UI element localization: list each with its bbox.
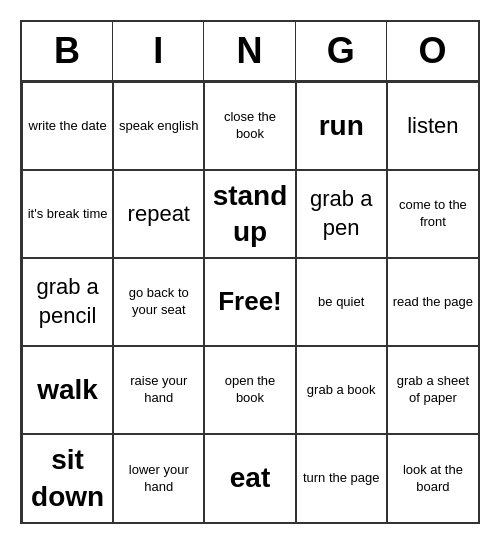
bingo-header: BINGO (22, 22, 478, 82)
header-letter: B (22, 22, 113, 80)
bingo-cell[interactable]: it's break time (22, 170, 113, 258)
bingo-cell[interactable]: be quiet (296, 258, 387, 346)
header-letter: O (387, 22, 478, 80)
bingo-cell[interactable]: look at the board (387, 434, 478, 522)
bingo-cell[interactable]: grab a sheet of paper (387, 346, 478, 434)
bingo-cell[interactable]: open the book (204, 346, 295, 434)
bingo-cell[interactable]: Free! (204, 258, 295, 346)
bingo-cell[interactable]: come to the front (387, 170, 478, 258)
bingo-cell[interactable]: eat (204, 434, 295, 522)
bingo-cell[interactable]: read the page (387, 258, 478, 346)
bingo-cell[interactable]: close the book (204, 82, 295, 170)
bingo-cell[interactable]: lower your hand (113, 434, 204, 522)
header-letter: I (113, 22, 204, 80)
bingo-cell[interactable]: raise your hand (113, 346, 204, 434)
bingo-cell[interactable]: grab a pen (296, 170, 387, 258)
bingo-cell[interactable]: stand up (204, 170, 295, 258)
bingo-cell[interactable]: run (296, 82, 387, 170)
bingo-cell[interactable]: grab a book (296, 346, 387, 434)
header-letter: G (296, 22, 387, 80)
bingo-cell[interactable]: sit down (22, 434, 113, 522)
header-letter: N (204, 22, 295, 80)
bingo-cell[interactable]: repeat (113, 170, 204, 258)
bingo-cell[interactable]: write the date (22, 82, 113, 170)
bingo-cell[interactable]: listen (387, 82, 478, 170)
bingo-cell[interactable]: turn the page (296, 434, 387, 522)
bingo-cell[interactable]: grab a pencil (22, 258, 113, 346)
bingo-cell[interactable]: speak english (113, 82, 204, 170)
bingo-card: BINGO write the datespeak englishclose t… (20, 20, 480, 524)
bingo-cell[interactable]: go back to your seat (113, 258, 204, 346)
bingo-grid: write the datespeak englishclose the boo… (22, 82, 478, 522)
bingo-cell[interactable]: walk (22, 346, 113, 434)
